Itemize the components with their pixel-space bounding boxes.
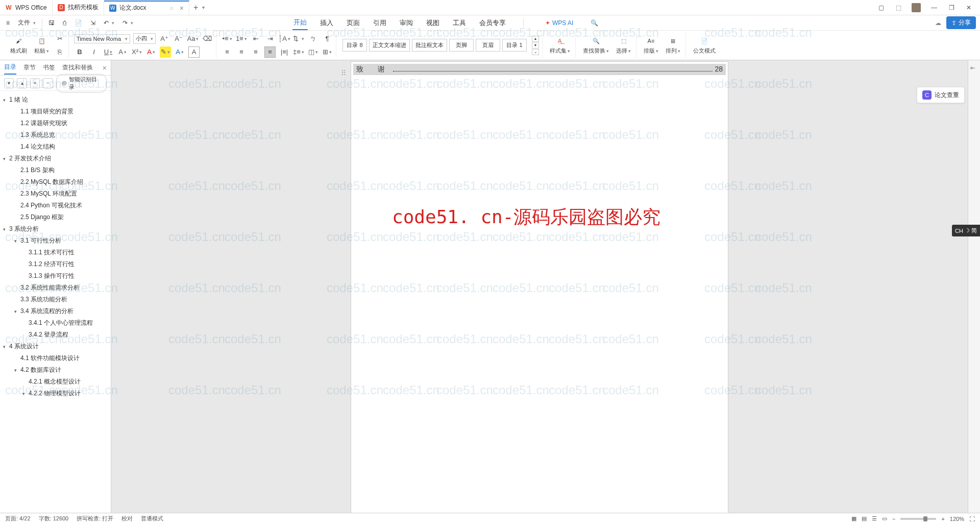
share-button[interactable]: ⇪ 分享 (946, 16, 976, 29)
sort-button[interactable]: ⇅ ▾ (293, 33, 304, 44)
maximize-icon[interactable]: ❐ (947, 4, 955, 12)
outline-item[interactable]: 3.1.1 技术可行性 (0, 247, 111, 258)
outline-tree[interactable]: ▾1 绪 论1.1 项目研究的背景1.2 课题研究现状1.3 系统总览1.4 论… (0, 91, 111, 513)
outline-item[interactable]: 1.3 系统总览 (0, 129, 111, 141)
outline-item[interactable]: 2.2 MySQL 数据库介绍 (0, 176, 111, 188)
window-box-icon[interactable]: ▢ (877, 4, 885, 12)
bold-button[interactable]: B (74, 46, 85, 58)
style-footer[interactable]: 页脚 (449, 39, 474, 52)
tab-review[interactable]: 审阅 (399, 16, 414, 30)
style-scroll-down-icon[interactable]: ▾ (532, 42, 539, 49)
tab-tools[interactable]: 工具 (452, 16, 467, 30)
italic-button[interactable]: I (88, 46, 100, 58)
align-justify-button[interactable]: ≡ (264, 46, 276, 58)
style-toc8[interactable]: 目录 8 (342, 39, 367, 52)
tab-reference[interactable]: 引用 (372, 16, 387, 30)
tab-insert[interactable]: 插入 (319, 16, 334, 30)
font-color2-button[interactable]: A▾ (174, 46, 185, 58)
view-outline-icon[interactable]: ☰ (872, 515, 877, 522)
outline-add-icon[interactable]: + (30, 78, 40, 88)
wps-ai-button[interactable]: ✦ WPS AI (545, 19, 573, 27)
close-icon[interactable]: × (180, 4, 184, 12)
outline-item[interactable]: 3.1.3 操作可行性 (0, 270, 111, 282)
outline-item[interactable]: 2.1 B/S 架构 (0, 164, 111, 176)
copy-icon[interactable]: ⎘ (54, 46, 65, 58)
outline-item[interactable]: 4.1 软件功能模块设计 (0, 352, 111, 364)
zoom-thumb[interactable] (923, 516, 927, 521)
caret-down-icon[interactable]: ▾ (3, 344, 6, 349)
zoom-out-icon[interactable]: − (892, 516, 895, 522)
shading-button[interactable]: ◫▾ (307, 46, 318, 58)
outline-item[interactable]: 3.3 系统功能分析 (0, 294, 111, 305)
style-comment-text[interactable]: 批注框文本 (412, 39, 447, 52)
cut-icon[interactable]: ✂ (54, 33, 65, 44)
view-print-icon[interactable]: ▦ (851, 515, 856, 522)
align-left-button[interactable]: ≡ (222, 46, 233, 58)
file-menu-button[interactable]: 文件▾ (16, 17, 38, 28)
hamburger-icon[interactable]: ≡ (4, 18, 12, 28)
outline-item[interactable]: 4.2.1 概念模型设计 (0, 376, 111, 388)
undo-icon[interactable]: ↶▾ (102, 18, 116, 28)
font-size-select[interactable]: 小四▾ (133, 33, 156, 44)
caret-down-icon[interactable]: ▾ (3, 227, 6, 232)
nav-tab-bookmark[interactable]: 书签 (43, 61, 55, 74)
highlight-button[interactable]: ✎▾ (160, 46, 171, 58)
style-gallery[interactable]: 目录 8 正文文本缩进 批注框文本 页脚 页眉 目录 1 (341, 39, 528, 52)
outline-item[interactable]: ▾4.2.2 物理模型设计 (0, 388, 111, 399)
tab-document[interactable]: W 论文.docx ○ × (104, 1, 189, 15)
outline-item[interactable]: 1.2 课题研究现状 (0, 117, 111, 129)
superscript-button[interactable]: X²▾ (131, 46, 142, 58)
caret-down-icon[interactable]: ▾ (3, 156, 6, 161)
document-area[interactable]: ⠿ 致 谢 28 code51. cn-源码乐园盗图必究 (111, 60, 968, 513)
zoom-in-icon[interactable]: + (941, 516, 944, 522)
format-brush-button[interactable]: 🖌 格式刷 (8, 36, 29, 55)
outline-remove-icon[interactable]: − (43, 78, 53, 88)
save-icon[interactable]: 🖫 (46, 18, 57, 28)
layout-button[interactable]: A≡ 排版▾ (642, 36, 660, 55)
nav-tab-chapter[interactable]: 章节 (23, 61, 36, 74)
outline-item[interactable]: 2.3 MySQL 环境配置 (0, 188, 111, 200)
outline-up-icon[interactable]: ▴ (17, 78, 27, 88)
strikethrough-button[interactable]: A▾ (117, 46, 128, 58)
close-window-icon[interactable]: ✕ (965, 4, 973, 12)
tab-template[interactable]: D 找稻壳模板 (53, 1, 104, 15)
print-icon[interactable]: 📄 (72, 18, 84, 28)
zoom-slider[interactable] (900, 518, 936, 520)
decrease-font-icon[interactable]: A⁻ (173, 33, 184, 44)
style-scroll-up-icon[interactable]: ▴ (532, 36, 539, 42)
tab-wps-office[interactable]: W WPS Office (0, 1, 53, 15)
char-shading-button[interactable]: A (188, 46, 200, 58)
tab-page[interactable]: 页面 (346, 16, 361, 30)
status-readmode[interactable]: 普通模式 (141, 515, 163, 522)
outline-collapse-icon[interactable]: ▾ (4, 78, 14, 88)
align-right-button[interactable]: ≡ (250, 46, 261, 58)
tab-dropdown-icon[interactable]: ▾ (202, 5, 205, 10)
gov-mode-button[interactable]: 📄 公文模式 (691, 36, 718, 55)
text-direction-button[interactable]: ┆A▾ (279, 33, 290, 44)
smart-outline-button[interactable]: ◎ 智能识别目录 (56, 74, 107, 92)
cloud-icon[interactable]: ☁ (935, 19, 941, 27)
decrease-indent-button[interactable]: ⇤ (250, 33, 261, 44)
tab-view[interactable]: 视图 (425, 16, 440, 30)
outline-item[interactable]: 3.1.2 经济可行性 (0, 258, 111, 270)
outline-item[interactable]: ▾3 系统分析 (0, 223, 111, 235)
font-name-select[interactable]: Times New Roma▾ (74, 34, 130, 43)
caret-down-icon[interactable]: ▾ (14, 309, 17, 314)
outline-item[interactable]: ▾4.2 数据库设计 (0, 364, 111, 376)
style-set-button[interactable]: A͟ 样式集▾ (548, 36, 572, 55)
search-icon[interactable]: 🔍 (591, 19, 598, 27)
outline-item[interactable]: 1.1 项目研究的背景 (0, 106, 111, 117)
outline-item[interactable]: ▾3.4 系统流程的分析 (0, 305, 111, 317)
outline-item[interactable]: ▾1 绪 论 (0, 94, 111, 106)
status-words[interactable]: 字数: 12600 (39, 515, 69, 522)
avatar-icon[interactable] (912, 3, 921, 12)
print-preview-icon[interactable]: ⎙ (61, 18, 68, 28)
rail-expand-icon[interactable]: ⇤ (970, 64, 978, 73)
increase-font-icon[interactable]: A⁺ (159, 33, 170, 44)
pinyin-button[interactable]: ㄅ (307, 33, 318, 44)
select-button[interactable]: ⬚ 选择▾ (614, 36, 633, 55)
underline-button[interactable]: U▾ (103, 46, 114, 58)
paper-check-button[interactable]: C 论文查重 (917, 87, 965, 103)
minimize-icon[interactable]: — (930, 4, 938, 12)
style-expand-icon[interactable]: ⌄ (532, 49, 539, 55)
